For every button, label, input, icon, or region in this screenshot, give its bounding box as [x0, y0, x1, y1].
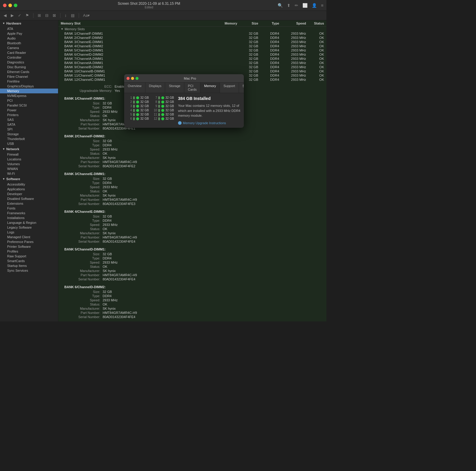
sidebar-item-startupitems[interactable]: Startup Items	[0, 263, 58, 268]
dialog-tab-displays[interactable]: Displays	[145, 83, 165, 93]
search-icon[interactable]: 🔍	[278, 3, 283, 8]
slot-size: 32 GB	[165, 104, 175, 108]
table-row[interactable]: BANK 10/ChannelB-DIMM1 32 GB DDR4 2933 M…	[58, 69, 326, 73]
table-row[interactable]: BANK 2/ChannelF-DIMM2 32 GB DDR4 2933 MH…	[58, 36, 326, 40]
dialog-tab-storage[interactable]: Storage	[165, 83, 184, 93]
sidebar-item-wwan[interactable]: WWAN	[0, 166, 58, 171]
share-icon[interactable]: ⬆	[287, 3, 291, 8]
menu-icon[interactable]: ≡	[321, 3, 323, 8]
sidebar-item-parallelscsi[interactable]: Parallel SCSI	[0, 103, 58, 108]
dialog-minimize-button[interactable]	[131, 77, 134, 80]
dialog-tab-memory[interactable]: Memory	[200, 83, 220, 93]
field-value: OK	[103, 227, 107, 231]
window-icon[interactable]: ⬜	[302, 3, 308, 8]
back-icon[interactable]: ◀	[2, 13, 8, 18]
field-label: Type:	[64, 143, 100, 147]
check-icon[interactable]: ✓	[17, 13, 22, 18]
sidebar-item-firewall[interactable]: Firewall	[0, 152, 58, 157]
sidebar-item-extensions[interactable]: Extensions	[0, 201, 58, 206]
table-row[interactable]: BANK 1/ChannelF-DIMM1 32 GB DDR4 2933 MH…	[58, 31, 326, 36]
sidebar-item-nvmexpress[interactable]: NVMExpress	[0, 93, 58, 98]
sidebar-item-ata[interactable]: ATA	[0, 26, 58, 31]
sidebar-item-cardreader[interactable]: Card Reader	[0, 50, 58, 55]
sidebar-item-applepay[interactable]: Apple Pay	[0, 31, 58, 36]
sidebar-item-sas[interactable]: SAS	[0, 117, 58, 122]
table-row[interactable]: BANK 5/ChannelD-DIMM1 32 GB DDR4 2933 MH…	[58, 48, 326, 52]
filter-icon[interactable]: ▤	[70, 13, 76, 18]
sidebar-item-ethernetcards[interactable]: Ethernet Cards	[0, 69, 58, 74]
sidebar-section-network[interactable]: ▼ Network	[0, 146, 58, 152]
sort-icon[interactable]: ↕	[63, 13, 68, 18]
close-button[interactable]	[3, 4, 7, 7]
sidebar-item-applications[interactable]: Applications	[0, 187, 58, 192]
col-header-type: Type	[258, 22, 279, 25]
sidebar-item-graphicsdisplays[interactable]: Graphics/Displays	[0, 84, 58, 89]
sidebar-item-printersoftware[interactable]: Printer Software	[0, 244, 58, 249]
sidebar-item-wifi[interactable]: Wi-Fi	[0, 171, 58, 176]
table-row[interactable]: BANK 9/ChannelB-DIMM2 32 GB DDR4 2933 MH…	[58, 65, 326, 69]
layout-icon[interactable]: ⊞	[37, 13, 42, 18]
sidebar-item-rawsupport[interactable]: Raw Support	[0, 254, 58, 259]
table-row[interactable]: BANK 6/ChannelD-DIMM2 32 GB DDR4 2933 MH…	[58, 52, 326, 57]
columns-icon[interactable]: ⊟	[44, 13, 50, 18]
sidebar-item-camera[interactable]: Camera	[0, 45, 58, 50]
sidebar-item-frameworks[interactable]: Frameworks	[0, 211, 58, 215]
sidebar-item-developer[interactable]: Developer	[0, 192, 58, 196]
sidebar-item-profiles[interactable]: Profiles	[0, 249, 58, 254]
sidebar-item-syncservices[interactable]: Sync Services	[0, 268, 58, 273]
sidebar-item-spi[interactable]: SPI	[0, 127, 58, 132]
sidebar-item-fonts[interactable]: Fonts	[0, 206, 58, 211]
sidebar-item-pci[interactable]: PCI	[0, 98, 58, 103]
dialog-tab-overview[interactable]: Overview	[124, 83, 145, 93]
sidebar-section-software[interactable]: ▼ Software	[0, 176, 58, 182]
sidebar-item-memory[interactable]: Memory	[0, 89, 58, 93]
dialog-tab-support[interactable]: Support	[220, 83, 239, 93]
sidebar-item-accessibility[interactable]: Accessibility	[0, 182, 58, 187]
sidebar-item-disabledsoftware[interactable]: Disabled Software	[0, 196, 58, 201]
sidebar-item-legacysoftware[interactable]: Legacy Software	[0, 225, 58, 230]
memory-slots-section[interactable]: ▼ Memory Slots	[58, 27, 326, 31]
detail-row: Status: OK	[64, 189, 320, 193]
sidebar-item-audio[interactable]: Audio	[0, 36, 58, 41]
dialog-tab-service[interactable]: Service	[239, 83, 244, 93]
sidebar-item-storage[interactable]: Storage	[0, 132, 58, 136]
sidebar-item-logs[interactable]: Logs	[0, 230, 58, 235]
edit-icon[interactable]: ✏	[295, 3, 298, 8]
sidebar-item-bluetooth[interactable]: Bluetooth	[0, 41, 58, 45]
forward-icon[interactable]: ▶	[10, 13, 15, 18]
sidebar-item-discburning[interactable]: Disc Burning	[0, 65, 58, 69]
minimize-button[interactable]	[8, 4, 12, 7]
memory-upgrade-link[interactable]: Memory Upgrade Instructions	[178, 121, 241, 125]
sidebar-item-diagnostics[interactable]: Diagnostics	[0, 60, 58, 65]
user-icon[interactable]: 👤	[312, 3, 317, 8]
detail-row: Type: DDR4	[64, 219, 320, 222]
dialog-close-button[interactable]	[127, 77, 130, 80]
sidebar-item-thunderbolt[interactable]: Thunderbolt	[0, 136, 58, 141]
sidebar-item-fibrechannel[interactable]: Fibre Channel	[0, 74, 58, 79]
sidebar-item-languageregion[interactable]: Language & Region	[0, 220, 58, 225]
sidebar-item-printers[interactable]: Printers	[0, 113, 58, 117]
dialog-maximize-button[interactable]	[136, 77, 139, 80]
sidebar-item-sata[interactable]: SATA	[0, 122, 58, 127]
sidebar-section-hardware[interactable]: ▼ Hardware	[0, 20, 58, 26]
font-icon[interactable]: Aa▾	[82, 13, 91, 18]
view-icon[interactable]: ⊠	[51, 13, 57, 18]
sidebar-item-firewire[interactable]: FireWire	[0, 79, 58, 84]
flag-icon[interactable]: ⚑	[24, 13, 30, 18]
maximize-button[interactable]	[14, 4, 17, 7]
sidebar-item-installations[interactable]: Installations	[0, 215, 58, 220]
sidebar-item-smartcards[interactable]: SmartCards	[0, 259, 58, 263]
sidebar-item-preferencepanes[interactable]: Preference Panes	[0, 239, 58, 244]
field-label: Status:	[64, 152, 100, 155]
table-row[interactable]: BANK 8/ChannelA-DIMM1 32 GB DDR4 2933 MH…	[58, 61, 326, 65]
sidebar-item-locations[interactable]: Locations	[0, 157, 58, 162]
sidebar-item-usb[interactable]: USB	[0, 141, 58, 146]
sidebar-item-controller[interactable]: Controller	[0, 55, 58, 60]
sidebar-item-power[interactable]: Power	[0, 108, 58, 113]
table-row[interactable]: BANK 4/ChannelE-DIMM2 32 GB DDR4 2933 MH…	[58, 44, 326, 48]
table-row[interactable]: BANK 3/ChannelE-DIMM1 32 GB DDR4 2933 MH…	[58, 40, 326, 44]
table-row[interactable]: BANK 7/ChannelA-DIMM1 32 GB DDR4 2933 MH…	[58, 57, 326, 61]
sidebar-item-volumes[interactable]: Volumes	[0, 162, 58, 166]
sidebar-item-managedclient[interactable]: Managed Client	[0, 235, 58, 239]
dialog-tab-pci-cards[interactable]: PCI Cards	[184, 83, 200, 93]
